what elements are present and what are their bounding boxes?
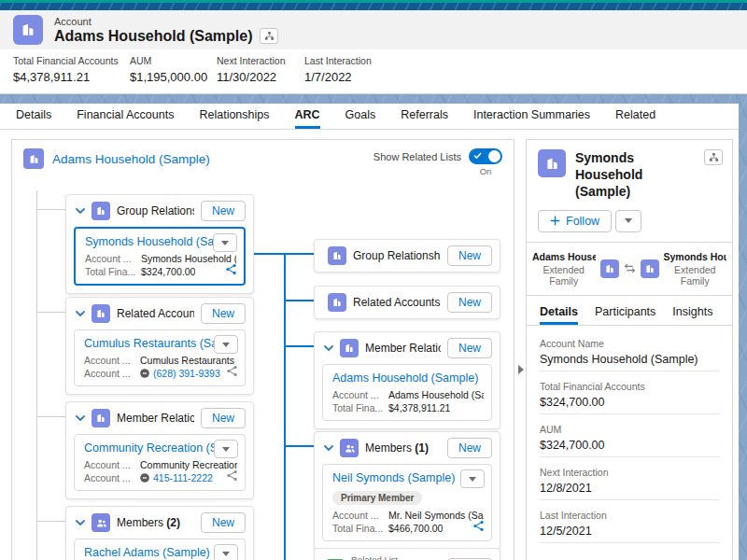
record-card-rachel-adams[interactable]: Rachel Adams (Sample) Primary Member — [74, 539, 246, 560]
chevron-down-icon[interactable] — [76, 415, 85, 421]
card-menu-button[interactable] — [460, 469, 485, 488]
toggle-state-label: On — [480, 166, 492, 176]
connector — [36, 521, 66, 522]
hierarchy-button[interactable] — [704, 149, 723, 165]
card-menu-button[interactable] — [214, 335, 238, 354]
panel-tab-bar: Details Participants Insights — [527, 296, 732, 326]
highlights-panel: Total Financial Accounts $4,378,911.21 A… — [0, 49, 747, 94]
entity-label: Account — [54, 16, 278, 27]
record-link[interactable]: Rachel Adams (Sample) — [84, 546, 233, 559]
panel-collapse-handle[interactable] — [518, 365, 524, 374]
record-header: Account Adams Household (Sample) Total F… — [0, 10, 747, 94]
follow-button[interactable]: Follow — [538, 210, 612, 232]
group-box-members: Members (2) New Rachel Adams (Sample) Pr… — [65, 506, 254, 560]
tab-goals[interactable]: Goals — [345, 108, 376, 129]
chevron-down-icon[interactable] — [76, 520, 85, 525]
household-icon — [538, 149, 566, 177]
stat-aum: AUM $1,195,000.00 — [130, 55, 217, 84]
tab-financial-accounts[interactable]: Financial Accounts — [77, 108, 174, 129]
phone-link[interactable]: 415-111-2222 — [153, 471, 213, 484]
arc-root-link[interactable]: Adams Household (Sample) — [52, 152, 210, 166]
stat-next-interaction: Next Interaction 11/30/2022 — [217, 55, 304, 84]
connector-selected — [247, 253, 314, 255]
related-list-overline: Related List — [351, 554, 441, 560]
relationship-left-role: Extended Family — [532, 264, 596, 287]
card-menu-button[interactable] — [214, 544, 238, 560]
hierarchy-button[interactable] — [260, 28, 278, 44]
hierarchy-icon — [264, 31, 275, 41]
share-icon[interactable] — [226, 469, 238, 485]
share-icon[interactable] — [472, 519, 485, 536]
dropdown-arrow-icon — [469, 477, 476, 482]
tab-interaction-summaries[interactable]: Interaction Summaries — [473, 108, 590, 129]
new-button[interactable]: New — [447, 438, 492, 458]
record-card-adams-household[interactable]: Adams Household (Sample) Account ...Adam… — [322, 364, 492, 421]
chevron-down-icon[interactable] — [324, 445, 333, 451]
relationship-right-role: Extended Family — [664, 264, 727, 287]
record-preview-panel: Symonds Household (Sample) Follow Adams … — [526, 139, 733, 560]
record-title-bar: Account Adams Household (Sample) — [0, 10, 747, 49]
new-button[interactable]: New — [201, 408, 246, 428]
chevron-down-icon[interactable] — [76, 311, 85, 316]
chevron-down-icon[interactable] — [76, 208, 85, 214]
household-icon — [23, 148, 44, 169]
household-icon — [328, 293, 346, 312]
field-last-interaction: Last Interaction 12/5/2021 — [540, 510, 719, 543]
group-box-related-accounts: Related Accounts (1) New Cumulus Restaur… — [65, 297, 254, 395]
primary-member-badge: Primary Member — [332, 491, 422, 505]
group-box-member-relationships-1: Member Relationships (1) New Adams House… — [314, 331, 500, 429]
new-button[interactable]: New — [201, 201, 246, 221]
record-link[interactable]: Adams Household (Sample) — [332, 371, 482, 385]
dropdown-arrow-icon — [222, 447, 230, 452]
card-menu-button[interactable] — [214, 440, 238, 458]
record-link[interactable]: Cumulus Restaurants (Sample) — [84, 337, 233, 350]
relationship-left-name: Adams Househol... — [532, 251, 596, 262]
tab-related[interactable]: Related — [615, 108, 655, 129]
show-related-lists-label: Show Related Lists — [374, 151, 461, 162]
panel-tab-participants[interactable]: Participants — [595, 305, 655, 325]
follow-menu-button[interactable] — [615, 210, 641, 232]
swap-arrows-icon — [624, 263, 636, 273]
record-card-cumulus-restaurants[interactable]: Cumulus Restaurants (Sample) Account ...… — [74, 329, 246, 386]
show-related-lists-toggle[interactable] — [469, 148, 502, 164]
tab-referrals[interactable]: Referrals — [401, 108, 448, 129]
household-icon — [92, 409, 110, 427]
group-box-member-relationships: Member Relationships (1) New Community R… — [65, 401, 254, 499]
dropdown-arrow-icon — [222, 343, 230, 347]
record-card-symonds-household[interactable]: Symonds Household (Sample) Account ...Sy… — [74, 227, 246, 286]
record-link[interactable]: Symonds Household (Sample) — [85, 235, 234, 248]
privacy-icon — [140, 473, 149, 483]
connector — [36, 416, 66, 417]
card-menu-button[interactable] — [213, 233, 237, 252]
panel-tab-details[interactable]: Details — [540, 305, 578, 325]
tab-arc[interactable]: ARC — [295, 108, 320, 129]
chevron-down-icon[interactable] — [324, 345, 333, 351]
group-box-household-insurance: Related List Household Insuranc... (0) N… — [314, 548, 500, 560]
household-icon — [328, 246, 346, 265]
record-card-community-recreation[interactable]: Community Recreation (Sample) Account ..… — [74, 434, 246, 491]
tree-rail — [36, 190, 37, 560]
field-total-financial-accounts: Total Financial Accounts $324,700.00 — [540, 381, 719, 414]
share-icon[interactable] — [226, 364, 238, 381]
household-icon — [600, 259, 619, 278]
panel-detail-fields: Account Name Symonds Household (Sample) … — [527, 326, 732, 560]
phone-link[interactable]: (628) 391-9393 — [153, 367, 220, 380]
record-card-neil-symonds[interactable]: Neil Symonds (Sample) Primary Member Acc… — [322, 464, 492, 541]
new-button[interactable]: New — [201, 303, 246, 324]
new-button[interactable]: New — [201, 512, 246, 533]
connector-selected — [284, 300, 314, 301]
account-icon — [13, 15, 43, 45]
tab-details[interactable]: Details — [16, 108, 51, 129]
share-icon[interactable] — [225, 262, 237, 279]
group-box-members-1: Members (1) New Neil Symonds (Sample) Pr… — [314, 431, 500, 550]
new-button[interactable]: New — [447, 338, 492, 358]
record-link[interactable]: Community Recreation (Sample) — [84, 441, 233, 455]
household-icon — [92, 304, 110, 323]
check-icon — [473, 152, 482, 160]
tab-relationships[interactable]: Relationships — [199, 108, 269, 129]
panel-tab-insights[interactable]: Insights — [672, 305, 712, 325]
new-button[interactable]: New — [447, 245, 492, 266]
new-button[interactable]: New — [447, 292, 492, 313]
dropdown-arrow-icon — [221, 241, 229, 245]
record-link[interactable]: Neil Symonds (Sample) — [332, 471, 482, 484]
